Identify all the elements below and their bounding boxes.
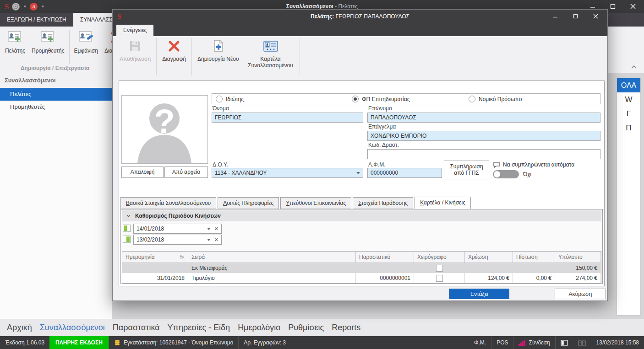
- tab-card-movements[interactable]: Καρτέλα / Κινήσεις: [415, 197, 471, 209]
- book-toggle-button[interactable]: [573, 336, 591, 349]
- dialog-form-panel: ? Απαλοιφή Από αρχείο Ιδιώτης ΦΠ Επιτηδε…: [119, 81, 605, 286]
- alphabet-item[interactable]: Γ: [617, 107, 640, 121]
- show-button[interactable]: Εμφάνιση: [71, 29, 101, 64]
- autofill-row: Να συμπληρώνεται αυτόματα: [493, 161, 574, 168]
- first-name-field[interactable]: [212, 113, 363, 123]
- speech-bubble-icon: [493, 162, 500, 168]
- vat-number-field[interactable]: [367, 168, 442, 178]
- button-label: Δημιουργία Νέου: [197, 56, 239, 62]
- photo-from-file-button[interactable]: Από αρχείο: [164, 166, 208, 178]
- radio-legal-entity[interactable]: Νομικό Πρόσωπο: [469, 95, 522, 103]
- date-to-picker[interactable]: 13/02/2018 ✕: [133, 235, 222, 245]
- column-header-date[interactable]: Ημερομηνία: [122, 252, 188, 263]
- toggle-knob: [494, 171, 500, 177]
- chevron-up-icon: [631, 65, 637, 69]
- customer-photo-placeholder: ?: [121, 95, 208, 164]
- floppy-disk-icon: [128, 39, 142, 53]
- sidebar-header: Συναλλασσόμενοι: [0, 73, 112, 88]
- activity-code-label: Κωδ. Δραστ.: [368, 142, 399, 148]
- last-name-label: Επώνυμο: [368, 105, 392, 112]
- date-to-value: 13/02/2018: [136, 236, 207, 243]
- tax-office-label: Δ.Ο.Υ.: [213, 161, 228, 168]
- record-count-label: Αρ. Εγγραφών: 3: [239, 336, 291, 349]
- column-header-balance[interactable]: Υπόλοιπο: [555, 252, 601, 263]
- supplier-card-add-icon: [40, 31, 56, 44]
- checkbox[interactable]: [436, 275, 443, 282]
- fill-from-ggps-button[interactable]: Συμπλήρωση από ΓΓΠΣ: [444, 161, 489, 179]
- bottom-navigation: Αρχική Συναλλασσόμενοι Παραστατικά Υπηρε…: [0, 319, 644, 336]
- new-supplier-button[interactable]: Προμηθευτής: [28, 29, 68, 64]
- save-button[interactable]: Αποθήκευση: [115, 36, 155, 77]
- book-icon: [578, 340, 586, 346]
- cell-handwritten: [414, 273, 465, 283]
- nav-calendar[interactable]: Ημερολόγιο: [238, 323, 280, 333]
- cell-handwritten: [414, 263, 465, 273]
- panel-toggle-button[interactable]: [556, 336, 573, 349]
- cancel-button[interactable]: Ακύρωση: [555, 289, 606, 299]
- alphabet-item[interactable]: Π: [617, 121, 640, 135]
- table-row[interactable]: 31/01/2018 Τιμολόγιο 0000000001 124,00 €…: [122, 273, 601, 283]
- dialog-minimize-button[interactable]: [545, 10, 565, 22]
- cell-credit: [513, 263, 555, 273]
- dialog-title: Πελάτης: ΓΕΩΡΓΙΟΣ ΠΑΠΑΔΟΠΟΥΛΟΣ: [113, 13, 607, 20]
- tab-basic-info[interactable]: Βασικά Στοιχεία Συναλλασσόμενου: [120, 197, 216, 209]
- nav-reports[interactable]: Reports: [332, 323, 360, 333]
- ok-button[interactable]: Εντάξει: [449, 289, 509, 299]
- status-bar: Έκδοση 1.06.03 ΠΛΗΡΗΣ ΕΚΔΟΣΗ Εγκατάσταση…: [0, 336, 644, 349]
- tab-other-info[interactable]: Λοιπές Πληροφορίες: [218, 197, 279, 209]
- cell-balance: 150,00 €: [555, 263, 601, 273]
- edition-badge: ΠΛΗΡΗΣ ΕΚΔΟΣΗ: [49, 336, 109, 349]
- alphabet-item[interactable]: W: [617, 92, 640, 107]
- checkbox[interactable]: [436, 265, 443, 272]
- table-row[interactable]: Εκ Μεταφοράς 150,00 €: [122, 263, 601, 273]
- ribbon-group-label: Δημιουργία / Επεξεργασία: [0, 65, 110, 71]
- column-header-document[interactable]: Παραστατικό: [356, 252, 414, 263]
- profession-field[interactable]: [367, 131, 600, 141]
- column-header-debit[interactable]: Χρέωση: [465, 252, 513, 263]
- dialog-close-button[interactable]: [585, 10, 606, 22]
- nav-services-items[interactable]: Υπηρεσίες - Είδη: [168, 323, 230, 333]
- photo-clear-button[interactable]: Απαλοιφή: [121, 166, 164, 178]
- last-name-field[interactable]: [367, 113, 600, 123]
- delete-button[interactable]: Διαγραφή: [158, 36, 190, 77]
- date-from-picker[interactable]: 14/01/2018 ✕: [133, 224, 222, 234]
- ribbon-tab-export-print[interactable]: ΕΞΑΓΩΓΗ / ΕΚΤΥΠΩΣΗ: [0, 13, 73, 27]
- nav-counterparties[interactable]: Συναλλασσόμενοι: [40, 323, 105, 333]
- table-header-row: Ημερομηνία Σειρά Παραστατικό Χειρόγραφο …: [122, 252, 601, 263]
- sidebar-item-customers[interactable]: Πελάτες: [0, 88, 112, 101]
- button-label: Εμφάνιση: [74, 48, 98, 54]
- tax-office-dropdown[interactable]: 1134 - ΧΑΛΑΝΔΡΙΟΥ: [212, 168, 363, 178]
- period-section-header[interactable]: Καθορισμός Περιόδου Κινήσεων: [122, 210, 601, 221]
- nav-documents[interactable]: Παραστατικά: [113, 323, 160, 333]
- counterparty-card-button[interactable]: Καρτέλα Συναλλασσομένου: [243, 36, 298, 77]
- radio-individual[interactable]: Ιδιώτης: [216, 95, 244, 103]
- detail-tabs: Βασικά Στοιχεία Συναλλασσόμενου Λοιπές Π…: [120, 197, 472, 209]
- dialog-tab-actions[interactable]: Ενέργειες: [116, 25, 153, 36]
- button-label: Πελάτης: [5, 48, 25, 54]
- radio-sole-proprietor[interactable]: ΦΠ Επιτηδευματίας: [352, 95, 410, 103]
- new-customer-button[interactable]: Πελάτης: [2, 29, 28, 64]
- clear-date-icon[interactable]: ✕: [211, 226, 218, 232]
- column-header-credit[interactable]: Πίστωση: [513, 252, 555, 263]
- sidebar-item-suppliers[interactable]: Προμηθευτές: [0, 101, 112, 113]
- tab-delivery-info[interactable]: Στοιχεία Παράδοσης: [353, 197, 413, 209]
- alphabet-scroll-up-button[interactable]: [628, 64, 640, 71]
- close-button[interactable]: [623, 0, 643, 13]
- nav-settings[interactable]: Ρυθμίσεις: [288, 323, 324, 333]
- create-new-button[interactable]: Δημιουργία Νέου: [193, 36, 243, 77]
- column-header-handwritten[interactable]: Χειρόγραφο: [414, 252, 465, 263]
- alphabet-item-all[interactable]: ΟΛΑ: [617, 78, 640, 92]
- sidebar: Συναλλασσόμενοι Πελάτες Προμηθευτές: [0, 73, 112, 319]
- tab-contact-persons[interactable]: Υπεύθυνοι Επικοινωνίας: [280, 197, 351, 209]
- ribbon-separator: [156, 38, 157, 75]
- connection-status[interactable]: Σύνδεση: [513, 336, 555, 349]
- dialog-maximize-button[interactable]: [565, 10, 585, 22]
- pos-label: POS: [491, 336, 513, 349]
- activity-code-field[interactable]: [367, 149, 600, 159]
- autofill-toggle[interactable]: [493, 170, 519, 178]
- clear-date-icon[interactable]: ✕: [211, 237, 218, 243]
- column-header-series[interactable]: Σειρά: [188, 252, 356, 263]
- nav-home[interactable]: Αρχική: [7, 323, 32, 333]
- cell-debit: 124,00 €: [465, 273, 513, 283]
- datetime-label: 13/02/2018 15:58: [591, 336, 644, 349]
